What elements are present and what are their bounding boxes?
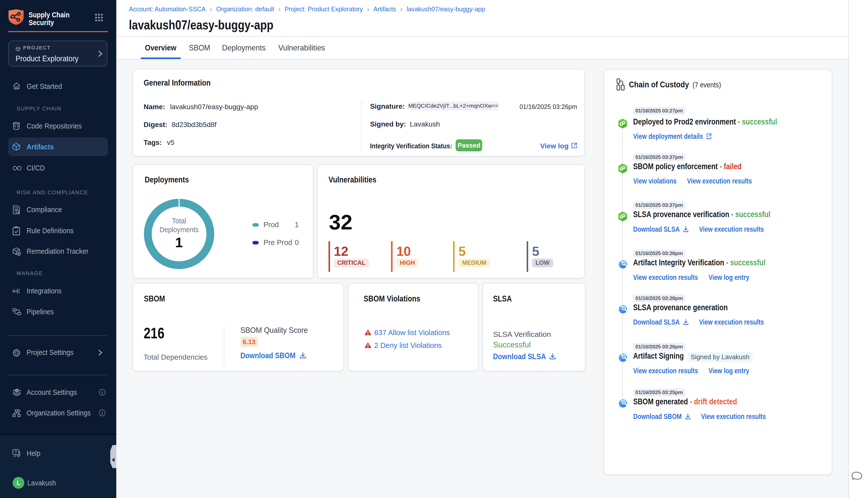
- svg-text:?: ?: [15, 450, 17, 454]
